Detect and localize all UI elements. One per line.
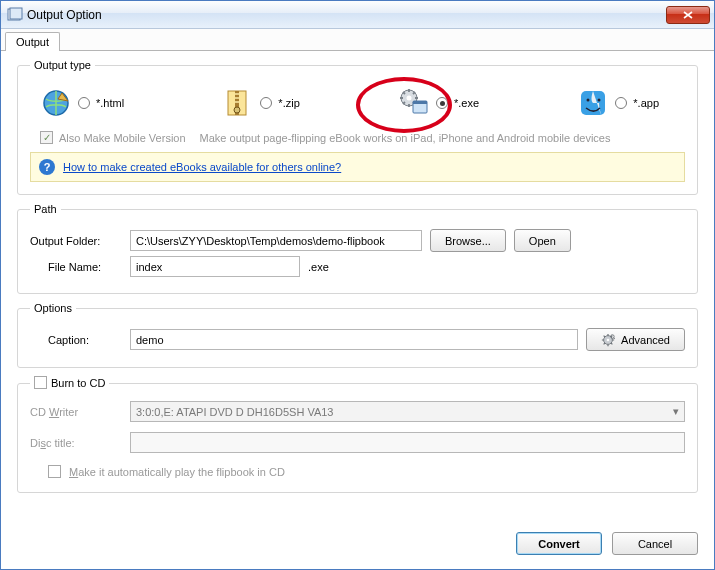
zip-icon [222, 87, 254, 119]
svg-rect-1 [10, 8, 22, 19]
cd-writer-label: CD Writer [30, 406, 122, 418]
dialog-footer: Convert Cancel [1, 522, 714, 569]
app-icon [7, 7, 23, 23]
browse-button[interactable]: Browse... [430, 229, 506, 252]
help-icon: ? [39, 159, 55, 175]
output-option-dialog: Output Option Output Output type *.html … [0, 0, 715, 570]
path-legend: Path [30, 203, 61, 215]
output-type-legend: Output type [30, 59, 95, 71]
output-folder-label: Output Folder: [30, 235, 122, 247]
file-ext: .exe [308, 261, 329, 273]
svg-point-15 [598, 99, 601, 102]
burn-label: Burn to CD [51, 377, 105, 389]
type-html-label: *.html [96, 97, 124, 109]
cancel-button-label: Cancel [638, 538, 672, 550]
window-title: Output Option [27, 8, 666, 22]
close-button[interactable] [666, 6, 710, 24]
radio-exe[interactable] [436, 97, 448, 109]
info-bar: ? How to make created eBooks available f… [30, 152, 685, 182]
type-exe[interactable]: *.exe [398, 87, 479, 119]
cancel-button[interactable]: Cancel [612, 532, 698, 555]
open-button[interactable]: Open [514, 229, 571, 252]
svg-point-8 [234, 107, 240, 113]
gear-icon [601, 333, 615, 347]
caption-input[interactable] [130, 329, 578, 350]
exe-icon [398, 87, 430, 119]
browse-button-label: Browse... [445, 235, 491, 247]
svg-point-17 [607, 338, 610, 341]
cd-writer-combo[interactable]: 3:0:0,E: ATAPI DVD D DH16D5SH VA13 ▾ [130, 401, 685, 422]
mobile-checkbox-label: Also Make Mobile Version [59, 132, 186, 144]
svg-rect-7 [235, 101, 239, 103]
type-html[interactable]: *.html [40, 87, 124, 119]
burn-group: Burn to CD CD Writer 3:0:0,E: ATAPI DVD … [17, 376, 698, 493]
options-legend: Options [30, 302, 76, 314]
output-folder-input[interactable] [130, 230, 422, 251]
mobile-checkbox[interactable]: ✓ [40, 131, 53, 144]
type-zip[interactable]: *.zip [222, 87, 299, 119]
chevron-down-icon: ▾ [673, 405, 679, 418]
help-link[interactable]: How to make created eBooks available for… [63, 161, 341, 173]
cd-writer-value: 3:0:0,E: ATAPI DVD D DH16D5SH VA13 [136, 406, 333, 418]
type-exe-label: *.exe [454, 97, 479, 109]
disc-title-label: Disc title: [30, 437, 122, 449]
radio-app[interactable] [615, 97, 627, 109]
convert-button[interactable]: Convert [516, 532, 602, 555]
type-zip-label: *.zip [278, 97, 299, 109]
autoplay-label: Make it automatically play the flipbook … [69, 466, 285, 478]
mobile-hint: Make output page-flipping eBook works on… [200, 132, 611, 144]
svg-point-14 [587, 99, 590, 102]
path-group: Path Output Folder: Browse... Open File … [17, 203, 698, 294]
titlebar[interactable]: Output Option [1, 1, 714, 29]
filename-label: File Name: [30, 261, 122, 273]
tab-strip: Output [1, 29, 714, 51]
output-type-group: Output type *.html *.zip *.exe [17, 59, 698, 195]
svg-point-10 [407, 96, 412, 101]
autoplay-checkbox[interactable] [48, 465, 61, 478]
svg-rect-6 [235, 97, 239, 99]
advanced-button[interactable]: Advanced [586, 328, 685, 351]
options-group: Options Caption: Advanced [17, 302, 698, 368]
radio-html[interactable] [78, 97, 90, 109]
svg-rect-5 [235, 93, 239, 95]
tab-output[interactable]: Output [5, 32, 60, 51]
advanced-button-label: Advanced [621, 334, 670, 346]
burn-legend: Burn to CD [30, 376, 109, 391]
caption-label: Caption: [30, 334, 122, 346]
dialog-body: Output type *.html *.zip *.exe [1, 51, 714, 522]
globe-icon [40, 87, 72, 119]
open-button-label: Open [529, 235, 556, 247]
convert-button-label: Convert [538, 538, 580, 550]
finder-icon [577, 87, 609, 119]
filename-input[interactable] [130, 256, 300, 277]
type-app-label: *.app [633, 97, 659, 109]
disc-title-input [130, 432, 685, 453]
type-app[interactable]: *.app [577, 87, 659, 119]
burn-checkbox[interactable] [34, 376, 47, 389]
radio-zip[interactable] [260, 97, 272, 109]
svg-rect-12 [413, 101, 427, 104]
